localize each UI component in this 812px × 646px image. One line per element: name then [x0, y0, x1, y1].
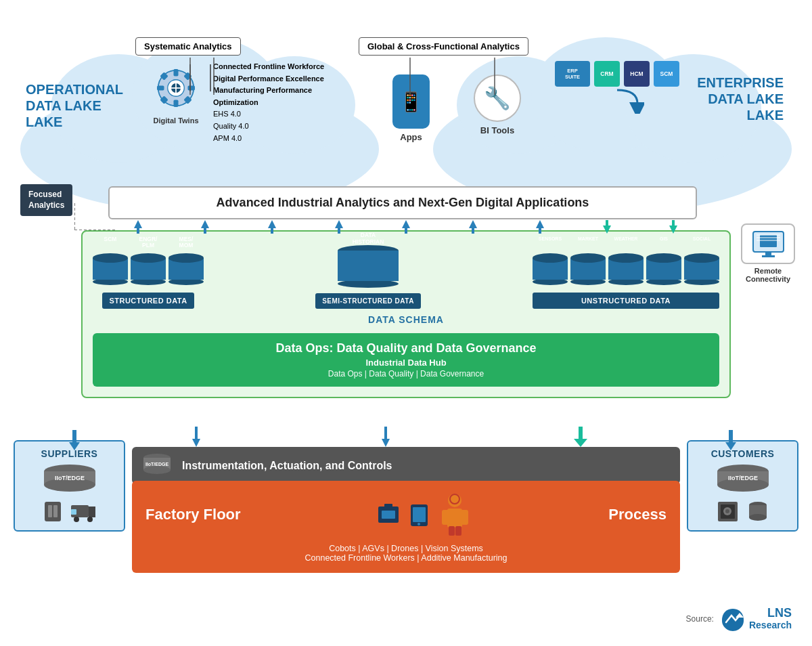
panel-icon: [716, 500, 740, 523]
data-ops-container: Data Ops: Data Quality and Data Governan…: [93, 333, 719, 387]
svg-marker-95: [69, 442, 80, 450]
svg-rect-36: [539, 228, 541, 234]
svg-rect-42: [760, 235, 777, 247]
svg-rect-30: [338, 228, 340, 234]
customers-box: CUSTOMERS IIoT/EDGE: [687, 440, 798, 532]
market-cylinder: MARKET: [570, 253, 606, 285]
social-cylinder: SOCIAL: [684, 253, 719, 285]
svg-point-93: [749, 514, 767, 521]
svg-rect-75: [45, 502, 61, 521]
apps-section: 📱 Apps: [392, 74, 430, 142]
printer-icon: [375, 501, 402, 528]
systematic-analytics-box: Systematic Analytics: [135, 37, 241, 56]
scm-cylinder: SCM: [93, 253, 128, 285]
svg-rect-34: [472, 228, 474, 234]
svg-rect-77: [53, 505, 58, 517]
svg-rect-62: [413, 507, 426, 522]
systematic-arrow: [210, 64, 211, 94]
gear-icon: [152, 64, 200, 112]
arrow-group-8: [602, 220, 612, 234]
enterprise-arrow: [590, 87, 644, 114]
down-arrow-2: [380, 427, 391, 447]
remote-connectivity-box: Remote Connectivity: [741, 223, 795, 283]
engr-plm-cylinder: ENGR/PLM: [131, 253, 166, 285]
svg-point-80: [74, 517, 79, 522]
svg-marker-31: [402, 220, 410, 228]
svg-rect-94: [72, 430, 76, 444]
svg-point-63: [418, 523, 420, 525]
source-label: Source:: [686, 614, 714, 624]
bi-tools-section: 🔧 BI Tools: [474, 74, 521, 135]
global-analytics-box: Global & Cross-Functional Analytics: [359, 37, 528, 56]
arrow-group-3: [267, 220, 277, 234]
down-arrows-layer: [102, 427, 680, 447]
digital-twins-section: Digital Twins: [152, 64, 200, 125]
suppliers-devices: [22, 500, 117, 523]
arrow-group-2: [200, 220, 210, 234]
tablet-icon: [407, 501, 431, 528]
suppliers-box: SUPPLIERS IIoT/EDGE: [14, 440, 125, 532]
lns-text: LNS Research: [749, 607, 792, 630]
arrows-layer: [105, 220, 707, 234]
svg-text:IIoT/EDGE: IIoT/EDGE: [727, 475, 757, 481]
arrow-group-6: [468, 220, 478, 234]
remote-label: Remote Connectivity: [741, 267, 795, 283]
lns-icon: [719, 605, 746, 632]
erp-cylinders: ERPSUITE CRM HCM SCM: [555, 61, 679, 87]
svg-rect-47: [762, 255, 775, 257]
svg-marker-51: [382, 439, 390, 447]
svg-marker-97: [725, 442, 736, 450]
global-connector-1: [409, 58, 411, 98]
digital-twins-list: Connected Frontline Workforce Digital Pe…: [213, 61, 324, 144]
cylinder-device-icon: [746, 500, 770, 523]
dt-item-4: Optimization: [213, 97, 324, 109]
iiot-edge-bar: IIoT/EDGE Instrumentation, Actuation, an…: [132, 447, 680, 484]
bi-tools-label: BI Tools: [474, 125, 521, 135]
phone-icon: 📱: [392, 74, 430, 129]
erp-suite: ERPSUITE: [555, 61, 590, 87]
sys-connector-2: [213, 58, 215, 98]
scm: SCM: [654, 61, 679, 87]
svg-marker-27: [268, 220, 276, 228]
cylinders-row: SCM ENGR/PLM MES/MOM: [93, 245, 719, 309]
dt-item-2: Digital Performance Excellence: [213, 73, 324, 85]
right-vert-arrows: [724, 430, 738, 453]
arrow-group-4: [334, 220, 344, 234]
digital-twins-label: Digital Twins: [152, 116, 200, 125]
operational-data-lake-label: OPERATIONAL DATA LAKE LAKE: [26, 81, 123, 130]
svg-rect-52: [579, 427, 583, 440]
truck-icon: [70, 500, 97, 523]
svg-marker-23: [134, 220, 142, 228]
customers-title: CUSTOMERS: [695, 448, 790, 459]
factory-items: Cobots | AGVs | Drones | Vision Systems: [145, 544, 667, 553]
semi-structured-label: SEMI-STRUCTURED DATA: [315, 293, 421, 309]
svg-rect-13: [174, 100, 179, 108]
svg-point-90: [725, 509, 729, 513]
process-label: Process: [608, 506, 667, 523]
svg-point-81: [87, 517, 93, 522]
svg-marker-25: [201, 220, 209, 228]
svg-marker-79: [89, 507, 95, 517]
data-schema-label: DATA SCHEMA: [93, 314, 719, 325]
lns-logo-graphic: LNS Research: [719, 605, 792, 632]
customers-iiot: IIoT/EDGE: [695, 465, 790, 494]
svg-rect-50: [384, 427, 387, 440]
structured-data-label: STRUCTURED DATA: [102, 293, 194, 309]
svg-marker-33: [469, 220, 477, 228]
svg-rect-24: [137, 228, 139, 234]
left-vert-arrows: [68, 430, 81, 453]
svg-rect-67: [460, 510, 468, 525]
power-outlet-icon: [43, 500, 63, 523]
down-arrow-1: [191, 427, 202, 447]
down-arrow-3: [570, 427, 591, 447]
suppliers-iiot: IIoT/EDGE: [22, 465, 117, 494]
monitor-icon: [741, 223, 795, 264]
focused-analytics-line: [74, 203, 115, 233]
historian-cylinder: DATAHISTORIAN: [338, 245, 399, 288]
global-connector-2: [494, 58, 495, 98]
unstructured-cylinders: SENSORS MARKET WEATHER: [533, 253, 719, 285]
svg-marker-49: [192, 439, 200, 447]
arrow-group-9: [668, 220, 679, 234]
semi-structured-group: DATAHISTORIAN SEMI-STRUCTURED DATA: [315, 245, 421, 309]
svg-text:IIoT/EDGE: IIoT/EDGE: [54, 475, 84, 481]
